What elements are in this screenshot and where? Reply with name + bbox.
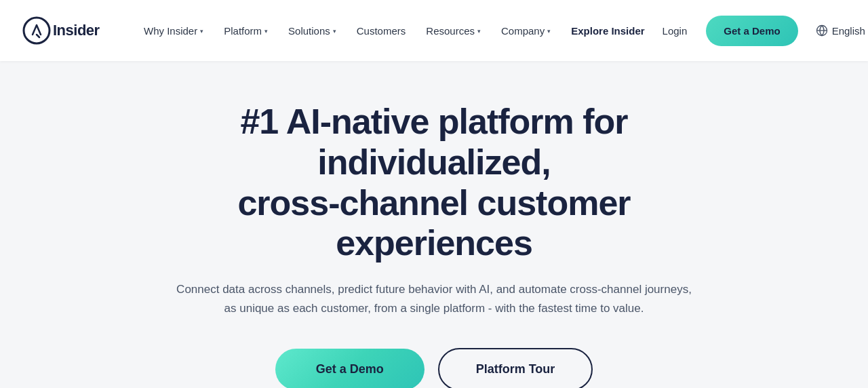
- hero-subtitle: Connect data across channels, predict fu…: [176, 280, 692, 318]
- platform-tour-button[interactable]: Platform Tour: [438, 348, 593, 388]
- chevron-down-icon: ▾: [200, 28, 203, 35]
- svg-point-0: [24, 18, 50, 43]
- nav-item-why-insider[interactable]: Why Insider ▾: [134, 20, 213, 42]
- nav-item-company[interactable]: Company ▾: [492, 20, 560, 42]
- hero-buttons: Get a Demo Platform Tour: [275, 348, 593, 388]
- nav-item-resources[interactable]: Resources ▾: [416, 20, 490, 42]
- hero-section: #1 AI-native platform for individualized…: [0, 61, 868, 388]
- logo[interactable]: Insider: [22, 16, 110, 45]
- svg-text:Insider: Insider: [53, 22, 100, 39]
- nav-item-explore-insider[interactable]: Explore Insider: [561, 20, 654, 42]
- hero-title: #1 AI-native platform for individualized…: [142, 102, 726, 264]
- login-button[interactable]: Login: [654, 20, 696, 42]
- chevron-down-icon: ▾: [547, 28, 551, 35]
- nav-item-platform[interactable]: Platform ▾: [214, 20, 277, 42]
- get-demo-nav-button[interactable]: Get a Demo: [706, 16, 797, 46]
- logo-svg: Insider: [22, 16, 110, 45]
- nav-item-customers[interactable]: Customers: [347, 20, 416, 42]
- chevron-down-icon: ▾: [264, 28, 268, 35]
- nav-right: Login Get a Demo English ▾: [654, 16, 868, 46]
- nav-item-solutions[interactable]: Solutions ▾: [279, 20, 346, 42]
- nav-links: Why Insider ▾ Platform ▾ Solutions ▾ Cus…: [134, 20, 654, 42]
- language-selector[interactable]: English ▾: [809, 19, 868, 42]
- get-demo-hero-button[interactable]: Get a Demo: [275, 349, 425, 388]
- globe-icon: [816, 24, 828, 37]
- chevron-down-icon: ▾: [477, 28, 481, 35]
- navbar: Insider Why Insider ▾ Platform ▾ Solutio…: [0, 0, 868, 61]
- chevron-down-icon: ▾: [333, 28, 336, 35]
